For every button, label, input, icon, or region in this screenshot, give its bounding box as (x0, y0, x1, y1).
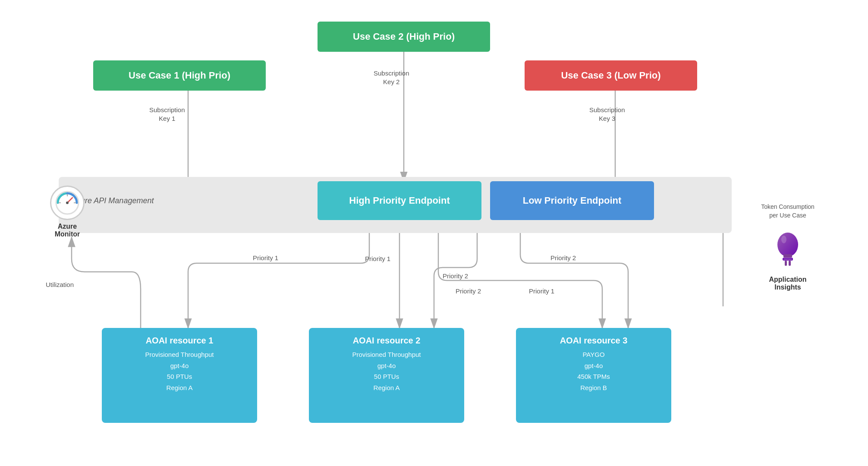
azure-monitor-icon (50, 186, 85, 220)
sub-key-3-label: SubscriptionKey 3 (589, 106, 625, 123)
app-insights-icon (771, 228, 805, 273)
aoai-resource-2-title: AOAI resource 2 (314, 336, 459, 346)
low-priority-endpoint-label: Low Priority Endpoint (523, 195, 622, 206)
priority-1a-label: Priority 1 (253, 254, 278, 262)
use-case-3-box: Use Case 3 (Low Prio) (525, 60, 697, 91)
azure-monitor-component: AzureMonitor (37, 186, 97, 238)
aoai-resource-1-title: AOAI resource 1 (107, 336, 252, 346)
aoai-resource-3-title: AOAI resource 3 (521, 336, 666, 346)
priority-2c-label: Priority 2 (550, 254, 576, 262)
priority-2b-label: Priority 2 (456, 287, 481, 296)
svg-rect-13 (783, 259, 792, 260)
aoai-resource-2-details: Provisioned Throughputgpt-4o50 PTUsRegio… (314, 349, 459, 393)
high-priority-endpoint-label: High Priority Endpoint (349, 195, 450, 206)
azure-monitor-label: AzureMonitor (55, 223, 80, 238)
diagram-inner: Use Case 2 (High Prio) Use Case 1 (High … (24, 13, 844, 453)
svg-point-16 (781, 236, 786, 243)
svg-point-9 (777, 233, 798, 257)
use-case-2-box: Use Case 2 (High Prio) (318, 22, 490, 52)
use-case-1-label: Use Case 1 (High Prio) (129, 70, 230, 81)
svg-rect-15 (789, 261, 791, 266)
low-priority-endpoint-box: Low Priority Endpoint (490, 181, 654, 220)
aoai-resource-1-box: AOAI resource 1 Provisioned Throughputgp… (102, 328, 257, 423)
use-case-1-box: Use Case 1 (High Prio) (93, 60, 266, 91)
diagram-container: Use Case 2 (High Prio) Use Case 1 (High … (0, 0, 868, 466)
aoai-resource-3-box: AOAI resource 3 PAYGOgpt-4o450k TPMsRegi… (516, 328, 671, 423)
aoai-resource-1-details: Provisioned Throughputgpt-4o50 PTUsRegio… (107, 349, 252, 393)
aoai-resource-3-details: PAYGOgpt-4o450k TPMsRegion B (521, 349, 666, 393)
priority-1c-label: Priority 1 (529, 287, 554, 296)
token-consumption-label: Token Consumptionper Use Case (761, 203, 815, 220)
priority-1b-label: Priority 1 (365, 255, 390, 263)
use-case-2-label: Use Case 2 (High Prio) (353, 31, 455, 42)
svg-rect-12 (783, 258, 792, 258)
use-case-3-label: Use Case 3 (Low Prio) (561, 70, 660, 81)
svg-rect-10 (783, 254, 792, 258)
high-priority-endpoint-box: High Priority Endpoint (318, 181, 481, 220)
priority-2a-label: Priority 2 (443, 272, 468, 280)
sub-key-2-label: SubscriptionKey 2 (374, 69, 409, 86)
app-insights-label: ApplicationInsights (769, 276, 806, 291)
aoai-resource-2-box: AOAI resource 2 Provisioned Throughputgp… (309, 328, 464, 423)
svg-point-8 (66, 202, 69, 204)
utilization-label: Utilization (46, 280, 74, 289)
app-insights-component: Token Consumptionper Use Case (749, 203, 827, 291)
sub-key-1-label: Subscription Key 1 (149, 106, 185, 123)
svg-rect-14 (785, 261, 787, 266)
